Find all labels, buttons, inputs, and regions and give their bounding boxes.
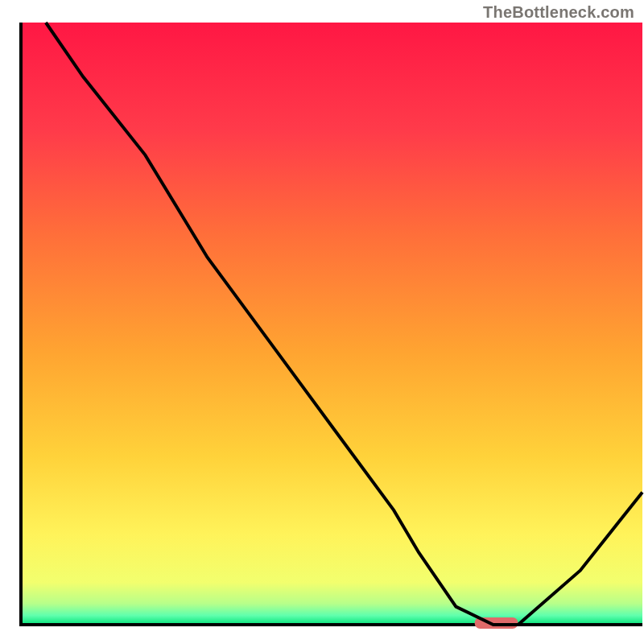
chart-container: TheBottleneck.com xyxy=(0,0,644,644)
watermark-text: TheBottleneck.com xyxy=(483,3,634,22)
bottleneck-chart xyxy=(0,0,644,644)
plot-background xyxy=(21,23,642,625)
